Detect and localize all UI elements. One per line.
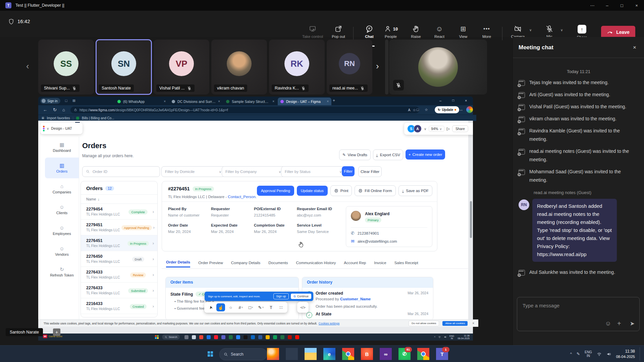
order-row[interactable]: 2279451 TL Flex Holdings LLC Approval Pe…	[81, 220, 157, 235]
firefox-icon[interactable]	[267, 348, 279, 360]
filter-domicile-select[interactable]: Filter by Domicile∨	[161, 166, 225, 177]
figma-file-menu[interactable]: ∨ Design - UAT	[40, 123, 83, 134]
chrome-icon[interactable]	[342, 348, 354, 360]
language-indicator[interactable]: ENGIN	[585, 350, 592, 358]
allow-cookies-button[interactable]: Allow all cookies	[442, 321, 468, 326]
browser-profile-icon[interactable]	[466, 106, 473, 113]
browser-maximize-icon[interactable]: □	[452, 99, 454, 102]
tiles-scroll-right-icon[interactable]: ›	[376, 61, 379, 71]
wifi-icon[interactable]	[597, 352, 602, 357]
file-explorer-icon[interactable]	[305, 348, 317, 360]
participant-tile[interactable]: RN read.ai mee...	[327, 40, 372, 95]
teams-icon[interactable]: T 1	[436, 348, 448, 360]
tab-close-icon[interactable]: ×	[327, 100, 329, 103]
view-button[interactable]: ⊞ View	[450, 25, 476, 39]
sidebar-item[interactable]: ↻ Refresh Token	[45, 261, 79, 282]
start-button[interactable]	[205, 348, 216, 360]
detail-tab[interactable]: Communication History	[296, 261, 336, 267]
shared-app-icon[interactable]	[184, 335, 189, 339]
shared-app-icon[interactable]	[192, 335, 196, 339]
zoom-select[interactable]: 94%∨	[429, 126, 444, 132]
hand-tool-icon[interactable]: ☝∨	[216, 303, 225, 311]
browser-tab[interactable]: Sample Salary Structure with calc ×	[223, 98, 277, 105]
contact-phone[interactable]: 2123874901	[358, 231, 379, 235]
pop-out-button[interactable]: Pop out	[326, 25, 351, 39]
clear-filter-button[interactable]: Clear Filter	[358, 166, 382, 177]
order-row[interactable]: 2276433 TL Flex Holdings LLC Submitted ›	[81, 283, 157, 298]
shared-start-icon[interactable]	[155, 335, 159, 339]
detail-tab[interactable]: Order Details	[166, 260, 190, 267]
tab-close-icon[interactable]: ×	[218, 100, 220, 103]
window-maximize-icon[interactable]: □	[614, 0, 629, 11]
order-row[interactable]: 2276450 TL Flex Holdings LLC Draft ›	[81, 251, 157, 267]
shared-app-icon[interactable]	[214, 335, 218, 339]
deny-cookies-button[interactable]: Do not allow cookies	[409, 321, 439, 326]
browser-tab[interactable]: (6) WhatsApp ×	[115, 98, 168, 105]
browser-update-button[interactable]: ↻ Update	[435, 106, 459, 113]
browser-tab[interactable]: Design - UAT – Figma ×	[278, 98, 331, 105]
shared-app-icon[interactable]	[244, 335, 248, 339]
brave-icon[interactable]: B	[361, 348, 373, 360]
url-field[interactable]: https://www.figma.com/design/9BKQ0FOHRWa…	[70, 107, 419, 113]
bookmark-import-favorites[interactable]: Import favorites	[47, 116, 70, 120]
shared-search-box[interactable]: Search	[162, 335, 180, 340]
order-row[interactable]: 2216433 TL Flex Holdings LLC Created ›	[81, 298, 157, 314]
order-row[interactable]: 2279454 TL Flex Holdings LLC Complete ›	[81, 204, 157, 220]
detail-tab[interactable]: Sales Receipt	[394, 261, 418, 267]
chrome-profile-icon[interactable]	[417, 348, 429, 360]
game-score-widget[interactable]: MI Game score	[43, 335, 62, 338]
read-aloud-icon[interactable]: A	[408, 108, 411, 112]
sidebar-item[interactable]: ☺ Employees	[45, 220, 79, 241]
print-button[interactable]: Print	[330, 185, 352, 196]
attach-plus-icon[interactable]: +	[617, 320, 621, 327]
tab-close-icon[interactable]: ×	[164, 100, 166, 103]
update-status-button[interactable]: Update status	[297, 186, 328, 196]
sidebar-item[interactable]: ☺ Vendors	[45, 241, 79, 261]
whatsapp-icon[interactable]: ✆ 81	[398, 348, 411, 360]
edge-icon[interactable]: e	[323, 348, 335, 360]
mic-options-chevron-icon[interactable]: ∨	[560, 28, 563, 32]
participant-tile[interactable]: VP Vishal Patil ...	[154, 40, 209, 95]
shared-app-icon[interactable]	[258, 335, 262, 339]
dev-app-icon[interactable]	[286, 348, 298, 360]
present-icon[interactable]: ▷	[447, 126, 450, 131]
shared-app-icon[interactable]	[207, 335, 211, 339]
approval-pending-button[interactable]: Approval Pending	[257, 186, 294, 196]
react-button[interactable]: ☺ React	[427, 25, 452, 39]
chat-input-box[interactable]: Type a message ☺ + ➤	[517, 297, 640, 331]
sidebar-item[interactable]: ▦ Dashboard	[45, 137, 79, 158]
contact-person-link[interactable]: Contact_Person.	[228, 195, 257, 199]
export-csv-button[interactable]: ↓ Export CSV	[373, 149, 403, 160]
mic-button[interactable]: Mic	[537, 25, 562, 39]
detail-tab[interactable]: Account Rep	[344, 261, 366, 267]
shared-app-icon[interactable]	[280, 335, 284, 339]
shared-app-icon[interactable]	[251, 335, 255, 339]
sidebar-item[interactable]: ▥ Orders	[45, 158, 79, 178]
taskbar-search[interactable]: Search	[219, 348, 267, 360]
filter-company-select[interactable]: Filter by Company∨	[222, 166, 285, 177]
raise-hand-button[interactable]: Raise	[403, 25, 429, 39]
detail-tab[interactable]: Company Details	[231, 261, 261, 267]
fill-online-form-button[interactable]: Fill Online Form	[355, 185, 395, 196]
google-continue-button[interactable]: G Continue	[291, 294, 311, 299]
shared-app-icon[interactable]	[199, 335, 203, 339]
canvas-scrollbar[interactable]	[470, 201, 472, 238]
dev-mode-chip[interactable]: </>	[297, 302, 309, 313]
browser-menu-icon[interactable]: ⋯	[458, 108, 463, 113]
window-minimize-icon[interactable]: –	[600, 0, 614, 11]
order-row[interactable]: 2276451 TL Flex Holdings LLC In Progress…	[81, 235, 157, 251]
window-close-icon[interactable]: ×	[629, 0, 644, 11]
shape-tool-icon[interactable]: ○∨	[226, 303, 235, 311]
refresh-icon[interactable]: ↻	[53, 107, 57, 112]
tiles-scroll-left-icon[interactable]: ‹	[26, 61, 29, 71]
camera-options-chevron-icon[interactable]: ∨	[529, 28, 532, 32]
save-as-pdf-button[interactable]: ↓ Save as PDF	[398, 185, 433, 196]
contact-email[interactable]: alex@vstatefilings.com	[358, 239, 397, 243]
shared-app-icon[interactable]	[295, 335, 299, 339]
select-tool-icon[interactable]: ➤∨	[206, 303, 215, 311]
more-tools-icon[interactable]: ∷∨	[277, 303, 285, 311]
detail-tab[interactable]: Order Preview	[198, 261, 223, 267]
order-row[interactable]: 2276433 TL Flex Holdings LLC Review ›	[81, 267, 157, 283]
window-more-icon[interactable]: ⋯	[585, 0, 600, 11]
tab-close-icon[interactable]: ×	[272, 100, 274, 103]
